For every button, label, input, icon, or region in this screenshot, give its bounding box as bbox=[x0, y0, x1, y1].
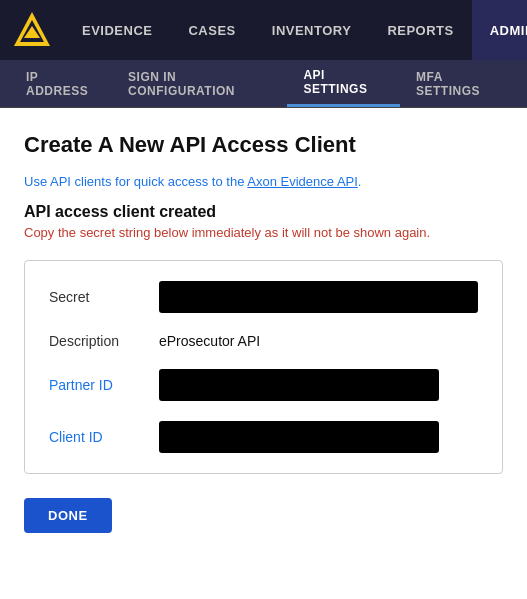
top-nav: EVIDENCE CASES INVENTORY REPORTS ADMIN bbox=[0, 0, 527, 60]
nav-item-reports[interactable]: REPORTS bbox=[369, 0, 471, 60]
api-info-link[interactable]: Axon Evidence API bbox=[247, 174, 358, 189]
secret-label: Secret bbox=[49, 289, 159, 305]
api-card: Secret Description eProsecutor API Partn… bbox=[24, 260, 503, 474]
partner-id-field: Partner ID bbox=[49, 369, 478, 401]
subnav-api-settings[interactable]: API SETTINGS bbox=[287, 60, 400, 107]
client-id-value bbox=[159, 421, 439, 453]
api-info-text: Use API clients for quick access to the … bbox=[24, 174, 503, 189]
description-label: Description bbox=[49, 333, 159, 349]
client-id-label: Client ID bbox=[49, 429, 159, 445]
sub-nav: IP ADDRESS SIGN IN CONFIGURATION API SET… bbox=[0, 60, 527, 108]
client-id-field: Client ID bbox=[49, 421, 478, 453]
done-button[interactable]: DONE bbox=[24, 498, 112, 533]
warning-text: Copy the secret string below immediately… bbox=[24, 225, 503, 240]
nav-item-evidence[interactable]: EVIDENCE bbox=[64, 0, 170, 60]
subnav-mfa-settings[interactable]: MFA SETTINGS bbox=[400, 60, 517, 107]
success-title: API access client created bbox=[24, 203, 503, 221]
description-value: eProsecutor API bbox=[159, 333, 260, 349]
subnav-ip-address[interactable]: IP ADDRESS bbox=[10, 60, 112, 107]
secret-value bbox=[159, 281, 478, 313]
page-title: Create A New API Access Client bbox=[24, 132, 503, 158]
partner-id-label: Partner ID bbox=[49, 377, 159, 393]
subnav-sign-in-config[interactable]: SIGN IN CONFIGURATION bbox=[112, 60, 287, 107]
nav-item-cases[interactable]: CASES bbox=[170, 0, 253, 60]
secret-field: Secret bbox=[49, 281, 478, 313]
top-nav-items: EVIDENCE CASES INVENTORY REPORTS ADMIN bbox=[64, 0, 527, 60]
description-field: Description eProsecutor API bbox=[49, 333, 478, 349]
partner-id-value bbox=[159, 369, 439, 401]
nav-item-inventory[interactable]: INVENTORY bbox=[254, 0, 370, 60]
logo bbox=[10, 8, 54, 52]
main-content: Create A New API Access Client Use API c… bbox=[0, 108, 527, 557]
nav-item-admin[interactable]: ADMIN bbox=[472, 0, 527, 60]
